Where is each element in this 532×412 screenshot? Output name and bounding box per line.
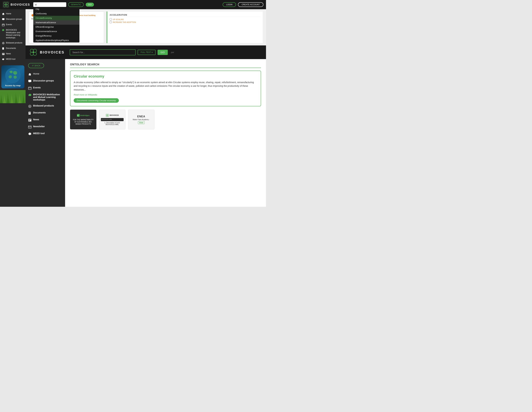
fulltext-button[interactable]: FULL TEXT ▾ [138, 50, 156, 55]
sidebar-item-home[interactable]: Home [0, 11, 26, 17]
main-content-area: ONTOLOGY SEARCH Circular economy A circu… [65, 59, 266, 207]
biovoices-doc-content: BIOVOICES MML [101, 118, 124, 121]
secondary-sidebar-biovoices[interactable]: BIOVOICES Mobilization and Mutual Learni… [26, 92, 65, 103]
secondary-sidebar-documents[interactable]: Documents [26, 110, 65, 117]
enea-title: Maker Faire Academy - [133, 119, 150, 120]
autocomplete-item-circular[interactable]: CircularEconomy [33, 16, 79, 20]
biovoices-doc-icon [106, 114, 109, 117]
secondary-sidebar-events[interactable]: Events [26, 85, 65, 92]
sidebar-item-documents[interactable]: Documents [0, 46, 26, 51]
autocomplete-dropdown: City CivilSociety CircularEconomy Mathem… [33, 7, 79, 43]
second-brand-name: BIOVOICES [40, 50, 65, 55]
sidebar-home-label: Home [6, 12, 11, 15]
enea-brand: ENEA [137, 115, 145, 118]
ontology-search-title: ONTOLOGY SEARCH [70, 63, 261, 68]
secondary-sidebar: ↺ BACK Home Discussion groups [26, 59, 65, 207]
svg-rect-42 [28, 112, 31, 115]
autocomplete-item[interactable]: EfficientEnergyUse [33, 25, 79, 29]
biovoices-doc-title: 1. Description of your BIOVOICES MML [101, 122, 124, 125]
sidebar-item-events[interactable]: Events [0, 22, 26, 27]
doc-thumb-enea[interactable]: ENEA Maker Faire Academy - Slide [128, 110, 154, 129]
secondary-sidebar-meed[interactable]: MEED tool [26, 130, 65, 137]
gear-icon-left [2, 58, 5, 61]
globe-container[interactable]: Access by map [1, 65, 24, 88]
access-by-map-section: Access by map [0, 65, 26, 88]
go-button-top[interactable]: GO! [86, 3, 94, 7]
autocomplete-item[interactable]: AppliedAndInterdisciplinaryPhysics [33, 38, 79, 43]
secondary-sidebar-discussion[interactable]: Discussion groups [26, 78, 65, 85]
secondary-news-label: News [33, 118, 39, 121]
circular-economy-title: Circular economy [74, 74, 257, 79]
semantic-button[interactable]: SEMANTIC [68, 2, 84, 7]
sidebar-news-label: News [6, 53, 11, 55]
sidebar-item-meed[interactable]: MEED tool [0, 57, 26, 62]
biovoices-doc-label: BIOVOICES MML [102, 119, 123, 120]
svg-rect-14 [3, 48, 4, 48]
read-more-link[interactable]: Read more on Wikipedia [74, 93, 257, 96]
biobased-icon [2, 42, 5, 45]
enea-slide-badge: Slide [138, 121, 144, 124]
autocomplete-item[interactable]: City [33, 7, 79, 11]
grass-decoration [0, 90, 26, 103]
discussion-icon [2, 18, 5, 21]
back-arrow-icon: ↺ [32, 64, 34, 67]
autocomplete-item[interactable]: EnergyEfficiency [33, 34, 79, 38]
secondary-events-label: Events [33, 86, 41, 89]
sidebar-events-label: Events [6, 23, 12, 26]
biobridges-title: FOR THE MARKETABILITY OF SUSTAINABLE BIO… [72, 119, 95, 125]
svg-rect-19 [2, 54, 3, 54]
upscaling-checkbox[interactable] [110, 18, 112, 20]
secondary-sidebar-newsletter[interactable]: Newsletter [26, 123, 65, 130]
biovoices-doc-logo: BIOVOICES [106, 114, 119, 117]
top-navbar: BIOVOICES City CivilSociety CircularEcon… [0, 0, 266, 9]
second-search-input[interactable] [70, 49, 136, 55]
increase-adoption-checkbox[interactable] [110, 21, 112, 23]
autocomplete-item[interactable]: MathematicalScience [33, 20, 79, 25]
sidebar-item-biobased[interactable]: Biobased products [0, 40, 26, 46]
sidebar-item-news[interactable]: News [0, 51, 26, 57]
secondary-newsletter-label: Newsletter [33, 125, 45, 128]
document-thumbnails: m biobridges FOR THE MARKETABILITY OF SU… [70, 110, 261, 129]
biovoices-logo-icon [3, 1, 9, 8]
svg-point-11 [2, 42, 4, 44]
login-button[interactable]: LOGIN [223, 2, 236, 7]
svg-point-55 [106, 115, 107, 117]
autocomplete-item[interactable]: CivilSociety [33, 11, 79, 16]
chevron-down-icon: ▾ [152, 51, 153, 54]
secondary-sidebar-biobased[interactable]: Biobased products [26, 103, 65, 110]
second-navbar: BIOVOICES FULL TEXT ▾ GO! par [26, 46, 266, 59]
svg-rect-47 [29, 119, 31, 120]
secondary-sidebar-home[interactable]: Home [26, 71, 65, 78]
documents-badge[interactable]: Documents concerning Circular economy [74, 98, 119, 103]
sidebar-item-biovoices[interactable]: BIOVOICES Mobilization and Mutual Learni… [0, 27, 26, 40]
upscaling-item: UP-SCALING [110, 18, 260, 20]
left-sidebar: Home Discussion groups Events BIOVOICES … [0, 9, 26, 207]
secondary-sidebar-news[interactable]: News [26, 117, 65, 123]
secondary-meed-label: MEED tool [33, 132, 45, 135]
svg-point-40 [28, 105, 31, 108]
top-search-input[interactable] [33, 2, 66, 7]
biobridges-brand: biobridges [80, 114, 89, 116]
news-icon-secondary [28, 119, 31, 122]
sidebar-documents-label: Documents [6, 47, 16, 50]
biovoices-doc-brand: BIOVOICES [110, 114, 119, 116]
secondary-biovoices-label: BIOVOICES Mobilization and Mutual Learni… [33, 93, 62, 101]
svg-rect-43 [29, 112, 30, 113]
secondary-discussion-label: Discussion groups [33, 79, 54, 82]
svg-rect-18 [2, 53, 4, 54]
svg-point-5 [5, 4, 6, 5]
documents-icon [2, 47, 5, 50]
sidebar-item-discussion[interactable]: Discussion groups [0, 17, 26, 22]
back-button[interactable]: ↺ BACK [28, 63, 44, 68]
sidebar-biovoices-label: BIOVOICES Mobilization and Mutual Learni… [6, 29, 24, 39]
biobridges-logo: m biobridges [77, 114, 89, 117]
go-button-second[interactable]: GO! [158, 50, 168, 55]
svg-point-53 [106, 114, 107, 115]
doc-thumb-biovoices[interactable]: BIOVOICES BIOVOICES MML 1. Description o… [99, 110, 125, 129]
news-icon [2, 53, 5, 55]
sidebar-meed-label: MEED tool [6, 58, 15, 61]
doc-thumb-biobridges[interactable]: m biobridges FOR THE MARKETABILITY OF SU… [70, 110, 96, 129]
create-account-button[interactable]: CREATE ACCOUNT [238, 2, 263, 7]
autocomplete-item[interactable]: EnvironmentalScience [33, 29, 79, 34]
acceleration-section: ACCELERATION UP-SCALING INCREASE THE ADO… [107, 11, 263, 43]
